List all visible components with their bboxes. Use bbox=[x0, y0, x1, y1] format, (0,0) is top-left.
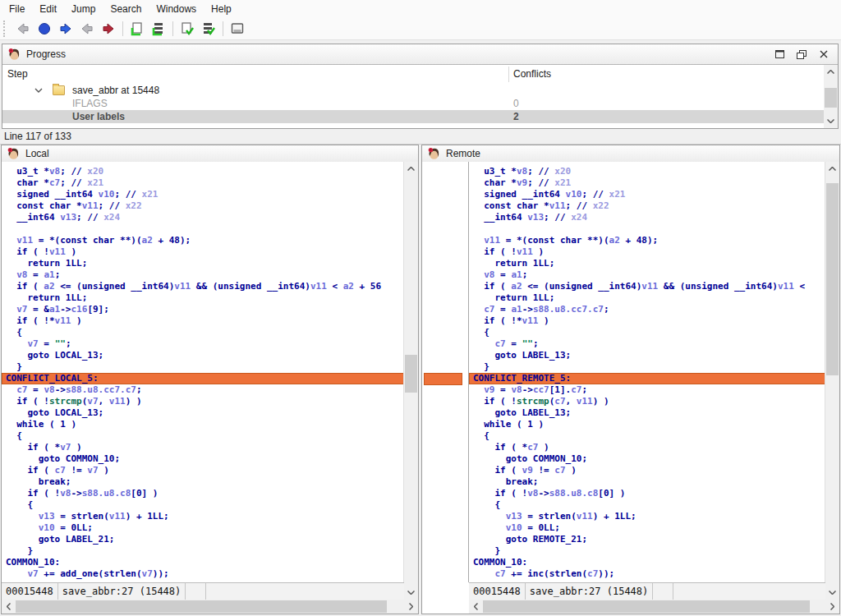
code-line[interactable]: v8 = a1; bbox=[473, 269, 825, 281]
code-line[interactable]: goto LABEL_13; bbox=[473, 407, 825, 419]
document-button[interactable] bbox=[126, 19, 148, 39]
local-code-view[interactable]: u3_t *v8; // x20 char *c7; // x21 signed… bbox=[2, 162, 404, 582]
code-line[interactable]: v13 = strlen(v11) + 1LL; bbox=[473, 511, 825, 522]
scroll-down-button[interactable] bbox=[825, 586, 839, 600]
code-line[interactable]: if ( c7 != v7 ) bbox=[6, 465, 404, 476]
scrollbar-thumb[interactable] bbox=[825, 88, 837, 108]
scroll-up-button[interactable] bbox=[825, 162, 839, 176]
code-line[interactable]: goto REMOTE_21; bbox=[473, 534, 825, 545]
progress-titlebar[interactable]: Progress bbox=[2, 44, 838, 65]
go-forward-button[interactable] bbox=[55, 19, 76, 39]
code-line[interactable]: break; bbox=[6, 476, 404, 488]
code-line[interactable]: } bbox=[6, 361, 404, 373]
document-check-button[interactable] bbox=[177, 19, 198, 39]
scroll-up-button[interactable] bbox=[404, 162, 418, 176]
code-line[interactable]: { bbox=[6, 430, 404, 442]
toolbar-grip[interactable] bbox=[3, 21, 9, 37]
code-line[interactable]: const char *v11; // x22 bbox=[6, 200, 404, 212]
close-button[interactable] bbox=[818, 48, 830, 60]
scrollbar-thumb[interactable] bbox=[826, 183, 839, 375]
monitor-window-button[interactable] bbox=[227, 19, 248, 39]
code-line[interactable]: v10 = 0LL; bbox=[6, 522, 404, 534]
code-line[interactable]: v7 = &a1->c16[9]; bbox=[6, 304, 404, 315]
previous-item-button[interactable] bbox=[76, 19, 98, 39]
code-line[interactable] bbox=[473, 223, 825, 235]
tree-row-user-labels[interactable]: User labels2 bbox=[2, 110, 838, 123]
code-line[interactable]: } bbox=[473, 361, 825, 373]
scroll-down-button[interactable] bbox=[824, 114, 838, 128]
code-line[interactable]: } bbox=[6, 545, 404, 557]
code-line[interactable]: { bbox=[473, 327, 825, 338]
code-line[interactable]: u3_t *v8; // x20 bbox=[6, 166, 404, 177]
menu-file[interactable]: File bbox=[2, 1, 32, 17]
conflict-code-line[interactable]: CONFLICT_LOCAL_5: bbox=[2, 373, 404, 384]
code-line[interactable]: goto LABEL_21; bbox=[6, 534, 404, 545]
local-horizontal-scrollbar[interactable] bbox=[2, 600, 418, 614]
code-line[interactable]: if ( a2 <= (unsigned __int64)v11 && (uns… bbox=[473, 281, 825, 292]
code-line[interactable]: goto LOCAL_13; bbox=[6, 350, 404, 361]
scroll-right-button[interactable] bbox=[825, 600, 839, 614]
code-line[interactable]: return 1LL; bbox=[473, 258, 825, 269]
remote-vertical-scrollbar[interactable] bbox=[825, 162, 839, 600]
code-line[interactable]: v9 = v8->cc7[1].c7; bbox=[473, 384, 825, 396]
code-line[interactable]: goto COMMON_10; bbox=[6, 453, 404, 465]
conflict-marker[interactable] bbox=[424, 373, 462, 385]
code-line[interactable]: v7 = ""; bbox=[6, 338, 404, 350]
code-line[interactable]: while ( 1 ) bbox=[6, 419, 404, 430]
code-line[interactable]: char *v9; // x21 bbox=[473, 177, 825, 189]
maximize-button[interactable] bbox=[774, 48, 785, 60]
column-header-step[interactable]: Step bbox=[7, 65, 28, 84]
column-header-conflicts[interactable]: Conflicts bbox=[513, 65, 551, 84]
function-list-check-button[interactable] bbox=[198, 19, 219, 39]
code-line[interactable]: v11 = *(const char **)(a2 + 48); bbox=[6, 235, 404, 246]
scrollbar-thumb[interactable] bbox=[405, 355, 417, 393]
code-line[interactable]: if ( !*v11 ) bbox=[6, 315, 404, 327]
go-back-button[interactable] bbox=[12, 19, 34, 39]
code-line[interactable]: return 1LL; bbox=[6, 258, 404, 269]
code-line[interactable]: { bbox=[6, 499, 404, 511]
code-line[interactable]: goto LOCAL_13; bbox=[6, 407, 404, 419]
code-line[interactable]: if ( *v7 ) bbox=[6, 442, 404, 453]
code-line[interactable]: if ( !v11 ) bbox=[473, 246, 825, 258]
menu-help[interactable]: Help bbox=[204, 1, 239, 17]
code-line[interactable]: char *c7; // x21 bbox=[6, 177, 404, 189]
scrollbar-thumb[interactable] bbox=[483, 600, 810, 613]
code-line[interactable]: { bbox=[473, 499, 825, 511]
code-line[interactable]: c7 = a1->s88.u8.cc7.c7; bbox=[473, 304, 825, 315]
code-line[interactable]: return 1LL; bbox=[473, 292, 825, 304]
code-line[interactable]: c7 = v8->s88.u8.cc7.c7; bbox=[6, 384, 404, 396]
code-line[interactable]: if ( !strcmp(c7, v11) ) bbox=[473, 396, 825, 407]
code-line[interactable]: if ( v9 != c7 ) bbox=[473, 465, 825, 476]
code-line[interactable]: while ( 1 ) bbox=[473, 419, 825, 430]
code-line[interactable]: if ( a2 <= (unsigned __int64)v11 && (uns… bbox=[6, 281, 404, 292]
code-line[interactable]: if ( !*v11 ) bbox=[473, 315, 825, 327]
code-line[interactable]: const char *v11; // x22 bbox=[473, 200, 825, 212]
menu-jump[interactable]: Jump bbox=[64, 1, 103, 17]
menu-edit[interactable]: Edit bbox=[32, 1, 64, 17]
code-line[interactable]: goto COMMON_10; bbox=[473, 453, 825, 465]
remote-code-view[interactable]: u3_t *v8; // x20 char *v9; // x21 signed… bbox=[468, 162, 825, 582]
current-position-button[interactable] bbox=[34, 19, 55, 39]
code-line[interactable]: goto LABEL_13; bbox=[473, 350, 825, 361]
code-line[interactable]: if ( *c7 ) bbox=[473, 442, 825, 453]
code-line[interactable]: signed __int64 v10; // x21 bbox=[473, 189, 825, 200]
conflict-code-line[interactable]: CONFLICT_REMOTE_5: bbox=[469, 373, 825, 384]
remote-titlebar[interactable]: Remote bbox=[422, 145, 839, 163]
remote-horizontal-scrollbar[interactable] bbox=[469, 600, 839, 614]
code-line[interactable]: if ( !v11 ) bbox=[6, 246, 404, 258]
scroll-down-button[interactable] bbox=[404, 586, 418, 600]
code-line[interactable]: u3_t *v8; // x20 bbox=[473, 166, 825, 177]
code-line[interactable]: { bbox=[473, 430, 825, 442]
code-line[interactable] bbox=[6, 223, 404, 235]
function-list-button[interactable] bbox=[148, 19, 169, 39]
scroll-left-button[interactable] bbox=[469, 600, 483, 614]
code-line[interactable]: if ( !strcmp(v7, v11) ) bbox=[6, 396, 404, 407]
local-vertical-scrollbar[interactable] bbox=[403, 162, 418, 600]
next-item-button[interactable] bbox=[98, 19, 119, 39]
tree-row-save-abbr-at-15448[interactable]: save_abbr at 15448 bbox=[2, 84, 838, 97]
code-line[interactable]: v8 = a1; bbox=[6, 269, 404, 281]
column-separator[interactable] bbox=[508, 67, 509, 82]
scrollbar-thumb[interactable] bbox=[16, 600, 387, 613]
code-line[interactable]: v10 = 0LL; bbox=[473, 522, 825, 534]
code-line[interactable]: v11 = *(const char **)(a2 + 48); bbox=[473, 235, 825, 246]
